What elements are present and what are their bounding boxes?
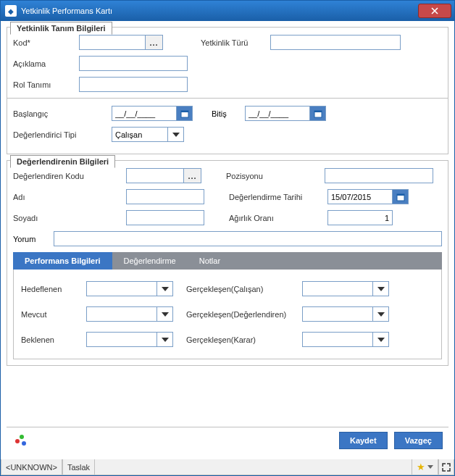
date-picker-degerlendirme-tarihi[interactable]: [393, 189, 409, 204]
input-agirlik-orani[interactable]: [327, 210, 393, 225]
label-pozisyonu: Pozisyonu: [226, 172, 320, 180]
chevron-down-icon: [162, 312, 169, 317]
expand-button[interactable]: [438, 459, 454, 475]
label-degerlendirici-tipi: Değerlendirici Tipi: [13, 130, 107, 139]
chevron-down-icon: [162, 338, 169, 342]
input-baslangic[interactable]: [112, 106, 177, 121]
lookup-kod-button[interactable]: ...: [146, 35, 163, 50]
tab-notlar[interactable]: Notlar: [188, 252, 232, 270]
chevron-down-icon: [172, 133, 180, 137]
tab-degerlendirme[interactable]: Değerlendirme: [112, 252, 188, 270]
input-adi[interactable]: [126, 189, 204, 204]
calendar-icon: [314, 109, 322, 118]
save-button[interactable]: Kaydet: [339, 432, 388, 449]
calendar-icon: [396, 193, 405, 201]
select-beklenen[interactable]: [86, 332, 157, 347]
label-soyadi: Soyadı: [13, 214, 122, 222]
dropdown-beklenen[interactable]: [157, 332, 173, 347]
select-gerceklesen-calisan[interactable]: [302, 281, 373, 296]
window-title: Yetkinlik Performans Kartı: [21, 7, 418, 15]
label-gerceklesen-calisan: Gerçekleşen(Çalışan): [186, 285, 302, 293]
label-yetkinlik-turu: Yetkinlik Türü: [201, 38, 266, 47]
svg-rect-1: [181, 111, 188, 112]
divider: [7, 98, 448, 99]
titlebar: ◆ Yetkinlik Performans Kartı: [1, 1, 454, 21]
chevron-down-icon: [162, 287, 169, 291]
label-aciklama: Açıklama: [13, 59, 75, 68]
date-picker-bitis[interactable]: [310, 106, 326, 121]
dropdown-gerceklesen-calisan[interactable]: [373, 281, 389, 296]
legend-yetkinlik-tanim: Yetkinlik Tanım Bilgileri: [10, 22, 112, 35]
dropdown-hedeflenen[interactable]: [157, 281, 173, 296]
input-pozisyonu[interactable]: [325, 168, 433, 183]
chevron-down-icon: [427, 465, 433, 469]
select-gerceklesen-degerlendiren[interactable]: [302, 306, 373, 322]
label-kod: Kod*: [13, 38, 75, 47]
label-agirlik-orani: Ağırlık Oranı: [229, 214, 323, 222]
label-bitis: Bitiş: [212, 109, 241, 118]
label-baslangic: Başlangıç: [13, 109, 107, 118]
legend-degerlendiren: Değerlendirenin Bilgileri: [10, 155, 115, 168]
date-picker-baslangic[interactable]: [177, 106, 193, 121]
dropdown-gerceklesen-degerlendiren[interactable]: [373, 306, 389, 322]
app-window: ◆ Yetkinlik Performans Kartı Yetkinlik T…: [0, 0, 455, 476]
chevron-down-icon: [377, 338, 385, 342]
input-rol-tanimi[interactable]: [79, 77, 188, 92]
status-bar: <UNKNOWN> Taslak ★: [1, 459, 454, 475]
input-bitis[interactable]: [245, 106, 310, 121]
color-dots-icon: [15, 435, 27, 446]
chevron-down-icon: [377, 287, 385, 291]
close-icon: [431, 7, 438, 14]
status-star[interactable]: ★: [412, 459, 438, 475]
dropdown-degerlendirici-tipi[interactable]: [168, 127, 184, 142]
star-icon: ★: [417, 462, 425, 472]
input-degerlendirme-tarihi[interactable]: [327, 189, 393, 204]
input-aciklama[interactable]: [79, 56, 188, 71]
tab-content-performans: Hedeflenen Gerçekleşen(Çalışan) Mevcut: [13, 270, 442, 359]
fieldset-degerlendiren: Değerlendirenin Bilgileri Değerlendiren …: [7, 160, 448, 366]
input-kod[interactable]: [79, 35, 146, 50]
calendar-icon: [180, 109, 189, 118]
svg-rect-5: [397, 194, 404, 196]
svg-rect-3: [314, 111, 322, 112]
dropdown-mevcut[interactable]: [157, 306, 173, 322]
select-gerceklesen-karar[interactable]: [302, 332, 373, 347]
tab-bar: Performans Bilgileri Değerlendirme Notla…: [13, 252, 442, 270]
fieldset-yetkinlik-tanim: Yetkinlik Tanım Bilgileri Kod* ... Yetki…: [7, 27, 448, 154]
label-gerceklesen-karar: Gerçekleşen(Karar): [186, 335, 302, 344]
label-hedeflenen: Hedeflenen: [21, 285, 86, 293]
app-icon: ◆: [5, 5, 17, 17]
input-soyadi[interactable]: [126, 210, 204, 225]
tab-performans-bilgileri[interactable]: Performans Bilgileri: [13, 252, 112, 270]
label-adi: Adı: [13, 193, 122, 201]
footer-bar: Kaydet Vazgeç: [7, 427, 448, 454]
label-yorum: Yorum: [13, 235, 49, 243]
select-degerlendirici-tipi[interactable]: [112, 127, 168, 142]
status-taslak: Taslak: [62, 459, 95, 475]
label-gerceklesen-degerlendiren: Gerçekleşen(Değerlendiren): [186, 310, 302, 319]
expand-icon: [442, 463, 451, 472]
status-unknown: <UNKNOWN>: [1, 459, 62, 475]
input-yorum[interactable]: [54, 231, 442, 246]
select-hedeflenen[interactable]: [86, 281, 157, 296]
label-degerlendiren-kodu: Değerlendiren Kodu: [13, 172, 122, 180]
dropdown-gerceklesen-karar[interactable]: [373, 332, 389, 347]
input-degerlendiren-kodu[interactable]: [126, 168, 184, 183]
select-mevcut[interactable]: [86, 306, 157, 322]
close-button[interactable]: [418, 4, 451, 18]
label-degerlendirme-tarihi: Değerlendirme Tarihi: [229, 193, 323, 201]
label-mevcut: Mevcut: [21, 310, 86, 319]
label-rol-tanimi: Rol Tanımı: [13, 80, 75, 89]
lookup-degerlendiren-kodu-button[interactable]: ...: [184, 168, 201, 183]
cancel-button[interactable]: Vazgeç: [394, 432, 443, 449]
chevron-down-icon: [377, 312, 385, 317]
input-yetkinlik-turu[interactable]: [270, 35, 401, 50]
content-area: Yetkinlik Tanım Bilgileri Kod* ... Yetki…: [1, 21, 454, 459]
label-beklenen: Beklenen: [21, 335, 86, 344]
